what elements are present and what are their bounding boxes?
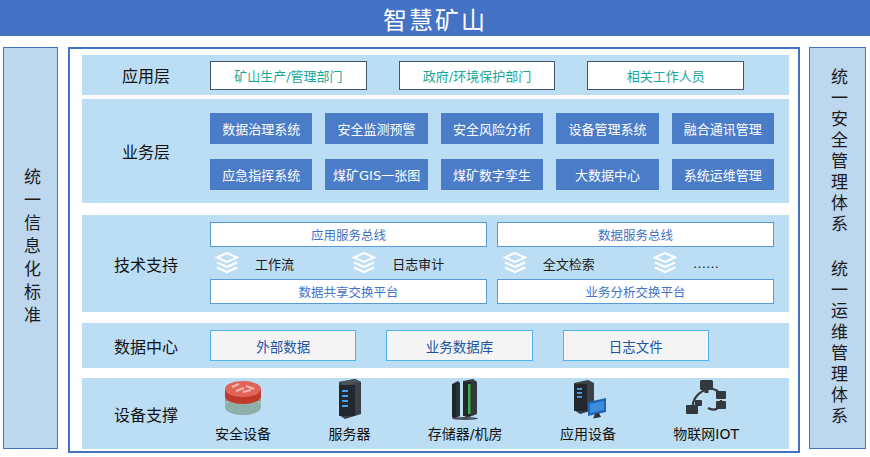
iot-network-icon	[683, 378, 729, 420]
middleware-workflow: 工作流	[215, 252, 294, 274]
biz-box-equipment-mgmt: 设备管理系统	[556, 113, 658, 144]
biz-box-data-governance: 数据治理系统	[210, 113, 312, 144]
app-box-mine-production: 矿山生产/管理部门	[210, 61, 367, 90]
platform-box-business-analysis: 业务分析交换平台	[497, 279, 774, 304]
app-device-icon	[568, 378, 608, 420]
middleware-more: ……	[653, 252, 719, 274]
layer-tech-support: 技术支持 应用服务总线 数据服务总线 工作流	[82, 215, 789, 312]
device-iot-label: 物联网IOT	[673, 423, 739, 443]
left-pillar-unified-info-standard: 统一信息化标准	[3, 47, 58, 449]
bus-box-application: 应用服务总线	[210, 222, 487, 247]
device-server-label: 服务器	[328, 423, 370, 443]
layers-icon	[503, 252, 527, 274]
biz-box-system-ops: 系统运维管理	[672, 159, 774, 190]
app-box-government-env: 政府/环境保护部门	[399, 61, 556, 90]
title-banner: 智慧矿山	[0, 0, 870, 36]
layer-data-center: 数据中心 外部数据 业务数据库 日志文件	[82, 323, 789, 368]
smart-mine-architecture-diagram: 智慧矿山 统一信息化标准 统一安全管理体系 统一运维管理体系 应用层 矿山生产/…	[0, 0, 870, 457]
business-row-1: 数据治理系统 安全监测预警 安全风险分析 设备管理系统 融合通讯管理	[210, 113, 774, 144]
right-pillar-security-ops: 统一安全管理体系 统一运维管理体系	[809, 47, 866, 449]
biz-box-big-data-center: 大数据中心	[556, 159, 658, 190]
left-pillar-label: 统一信息化标准	[22, 168, 39, 329]
app-box-related-staff: 相关工作人员	[587, 61, 744, 90]
middleware-more-label: ……	[693, 256, 719, 271]
layer-device-support-content: 安全设备 服务器	[210, 378, 789, 449]
platform-row: 数据共享交换平台 业务分析交换平台	[210, 279, 774, 304]
layer-device-support-label: 设备支撑	[82, 402, 210, 426]
device-storage-label: 存储器/机房	[428, 423, 503, 443]
device-application: 应用设备	[560, 378, 616, 443]
right-pillar-label-ops: 统一运维管理体系	[829, 260, 846, 428]
device-storage: 存储器/机房	[428, 378, 503, 443]
layer-tech-support-content: 应用服务总线 数据服务总线 工作流	[210, 215, 789, 312]
biz-box-gis-one-map: 煤矿GIS一张图	[325, 159, 427, 190]
device-iot: 物联网IOT	[673, 378, 739, 443]
data-box-log-files: 日志文件	[563, 330, 709, 361]
data-box-external-data: 外部数据	[210, 330, 356, 361]
biz-box-risk-analysis: 安全风险分析	[441, 113, 543, 144]
layer-application-label: 应用层	[82, 63, 210, 87]
middleware-fulltext-search-label: 全文检索	[543, 254, 595, 273]
layer-application-content: 矿山生产/管理部门 政府/环境保护部门 相关工作人员	[210, 61, 789, 90]
layer-business: 业务层 数据治理系统 安全监测预警 安全风险分析 设备管理系统 融合通讯管理 应…	[82, 99, 789, 203]
layer-business-label: 业务层	[82, 139, 210, 163]
device-security-label: 安全设备	[215, 423, 271, 443]
layers-icon	[352, 252, 376, 274]
architecture-frame: 应用层 矿山生产/管理部门 政府/环境保护部门 相关工作人员 业务层 数据治理系…	[68, 47, 800, 453]
middleware-row: 工作流 日志审计	[210, 252, 774, 274]
biz-box-safety-monitoring: 安全监测预警	[325, 113, 427, 144]
server-icon	[331, 378, 367, 420]
biz-box-emergency-command: 应急指挥系统	[210, 159, 312, 190]
middleware-log-audit: 日志审计	[352, 252, 444, 274]
layer-device-support: 设备支撑 安全设备	[82, 378, 789, 449]
data-box-business-database: 业务数据库	[386, 330, 532, 361]
device-security: 安全设备	[215, 378, 271, 443]
biz-box-digital-twin: 煤矿数字孪生	[441, 159, 543, 190]
layer-application: 应用层 矿山生产/管理部门 政府/环境保护部门 相关工作人员	[82, 55, 789, 95]
biz-box-comm-mgmt: 融合通讯管理	[672, 113, 774, 144]
middleware-log-audit-label: 日志审计	[392, 254, 444, 273]
layer-data-center-label: 数据中心	[82, 334, 210, 358]
middleware-fulltext-search: 全文检索	[503, 252, 595, 274]
layer-business-content: 数据治理系统 安全监测预警 安全风险分析 设备管理系统 融合通讯管理 应急指挥系…	[210, 113, 789, 190]
right-pillar-label-security: 统一安全管理体系	[829, 68, 846, 236]
device-server: 服务器	[328, 378, 370, 443]
page-title: 智慧矿山	[383, 1, 487, 36]
bus-box-data: 数据服务总线	[497, 222, 774, 247]
layer-data-center-content: 外部数据 业务数据库 日志文件	[210, 330, 789, 361]
layers-icon	[653, 252, 677, 274]
layers-icon	[215, 252, 239, 274]
storage-rack-icon	[448, 378, 482, 420]
service-bus-row: 应用服务总线 数据服务总线	[210, 222, 774, 247]
middleware-workflow-label: 工作流	[255, 254, 294, 273]
platform-box-data-sharing: 数据共享交换平台	[210, 279, 487, 304]
device-application-label: 应用设备	[560, 423, 616, 443]
security-device-icon	[220, 378, 266, 420]
layer-tech-support-label: 技术支持	[82, 252, 210, 276]
business-row-2: 应急指挥系统 煤矿GIS一张图 煤矿数字孪生 大数据中心 系统运维管理	[210, 159, 774, 190]
